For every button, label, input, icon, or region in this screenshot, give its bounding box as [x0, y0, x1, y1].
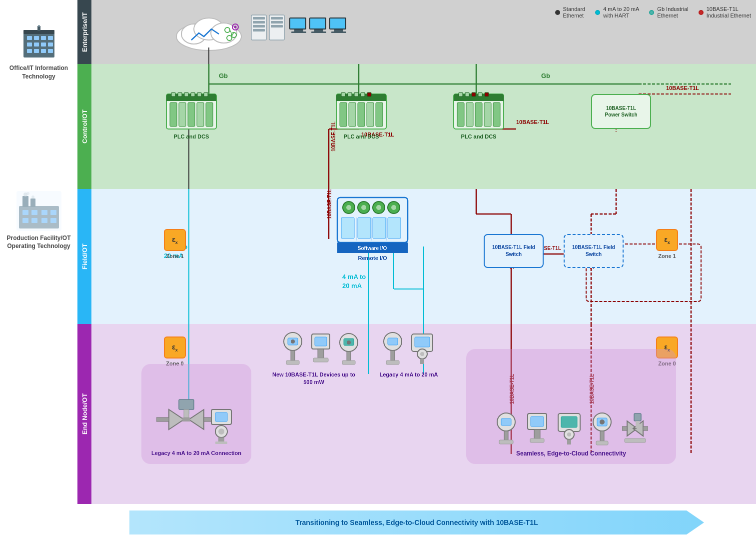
svg-rect-183 — [215, 412, 227, 422]
svg-rect-213 — [504, 431, 508, 440]
plc1-icon — [164, 92, 219, 132]
legend-gb-industrial: Gb IndustrialEthernet — [649, 6, 688, 19]
svg-point-41 — [234, 26, 237, 28]
svg-rect-92 — [197, 92, 201, 96]
svg-rect-122 — [475, 102, 482, 126]
svg-rect-8 — [41, 42, 46, 46]
svg-rect-97 — [197, 102, 204, 126]
seamless-bubble: Seamless, Edge-to-Cloud Connectivity — [466, 349, 676, 464]
legend-dot-10base — [699, 10, 704, 15]
legend-dot-standard — [555, 10, 560, 15]
svg-rect-89 — [178, 92, 182, 96]
field-switch2-label: 10BASE-T1L Field Switch — [565, 244, 623, 258]
svg-rect-56 — [310, 18, 325, 28]
arrow-body: Transitioning to Seamless, Edge-to-Cloud… — [129, 510, 704, 534]
svg-rect-124 — [493, 102, 500, 126]
svg-rect-227 — [600, 431, 604, 441]
svg-point-153 — [346, 205, 351, 210]
svg-text:Software I/O: Software I/O — [358, 246, 387, 251]
svg-rect-87 — [166, 98, 216, 101]
enterprise-row: Enterprise/IT — [77, 0, 756, 64]
zone1-left-label: Zone 1 — [166, 253, 183, 259]
svg-rect-13 — [48, 49, 53, 53]
new-device2-icon — [309, 332, 332, 366]
remote-io-label: Remote I/O — [358, 255, 387, 261]
ex-badge-field-right: εx Zone 1 — [656, 229, 678, 259]
svg-rect-187 — [215, 442, 227, 444]
svg-rect-192 — [286, 360, 299, 364]
svg-rect-54 — [291, 32, 306, 33]
seamless-device2-icon — [525, 411, 549, 446]
svg-text:10BASE-T1L: 10BASE-T1L — [516, 119, 549, 125]
cloud-container — [171, 4, 246, 56]
control-content: Gb Gb 10BASE-T1L — [91, 64, 756, 189]
svg-rect-235 — [643, 426, 648, 430]
svg-marker-175 — [189, 410, 204, 430]
field-switch1-device: 10BASE-T1L Field Switch — [484, 234, 544, 268]
plc2-label: PLC and DCS — [344, 134, 379, 140]
svg-rect-61 — [334, 30, 343, 32]
svg-rect-201 — [342, 360, 355, 364]
svg-rect-44 — [253, 21, 265, 24]
field-zone-tab: Field/OT — [77, 189, 91, 324]
svg-rect-46 — [253, 29, 265, 32]
svg-rect-48 — [271, 17, 283, 20]
legacy-connection-bubble: Legacy 4 mA to 20 mA Connection — [141, 364, 251, 464]
svg-rect-234 — [622, 426, 627, 430]
field-switch2-device: 10BASE-T1L Field Switch — [564, 234, 624, 268]
svg-rect-212 — [501, 418, 511, 426]
svg-text:10BASE-T1L: 10BASE-T1L — [666, 85, 699, 91]
ex-badge-field-left: εx Zone 1 — [164, 229, 186, 259]
svg-rect-108 — [349, 102, 356, 126]
legacy-connection-label: Legacy 4 mA to 20 mA Connection — [151, 450, 241, 457]
svg-rect-191 — [291, 350, 295, 360]
svg-rect-101 — [336, 98, 386, 101]
legend: StandardEthernet 4 mA to 20 mAwith HART … — [555, 6, 751, 19]
seamless-device3-icon — [556, 411, 582, 446]
remote-io-icon: Software I/O — [336, 196, 409, 254]
svg-rect-53 — [294, 30, 303, 32]
servers-monitors-icon — [251, 10, 351, 50]
svg-rect-177 — [182, 418, 190, 422]
svg-rect-7 — [34, 42, 39, 46]
svg-rect-58 — [311, 32, 326, 33]
ex-icon-left: εx — [164, 229, 186, 251]
svg-rect-98 — [206, 102, 213, 126]
legend-10base-t1l: 10BASE-T1LIndustrial Ethernet — [699, 6, 751, 19]
building-icon — [21, 25, 57, 61]
svg-rect-180 — [156, 418, 169, 422]
computers-row — [251, 10, 351, 50]
svg-rect-107 — [340, 102, 347, 126]
ex-icon-endnode-left: εx — [164, 336, 186, 358]
svg-rect-123 — [484, 102, 491, 126]
svg-rect-220 — [561, 416, 577, 428]
svg-text:Gb: Gb — [219, 72, 228, 80]
svg-rect-3 — [34, 36, 39, 40]
svg-marker-174 — [169, 410, 184, 430]
legacy-valve-icon — [156, 394, 236, 450]
svg-rect-105 — [361, 92, 365, 96]
plc3-label: PLC and DCS — [461, 134, 497, 140]
power-switch-label: 10BASE-T1LPower Switch — [605, 105, 637, 118]
svg-rect-233 — [636, 421, 640, 428]
legend-gb-label: Gb IndustrialEthernet — [657, 6, 688, 19]
power-switch-device: 10BASE-T1LPower Switch — [591, 94, 651, 129]
svg-rect-120 — [457, 102, 464, 126]
svg-rect-228 — [596, 441, 608, 445]
svg-point-226 — [600, 420, 605, 424]
svg-text:Gb: Gb — [541, 72, 550, 80]
new-device3-icon — [337, 332, 360, 366]
field-switch1-label: 10BASE-T1L Field Switch — [485, 244, 543, 258]
svg-rect-111 — [376, 102, 383, 126]
legacy-device1-icon — [381, 332, 404, 366]
svg-rect-161 — [358, 218, 371, 238]
svg-rect-119 — [485, 92, 489, 96]
svg-rect-179 — [184, 410, 189, 418]
svg-rect-116 — [465, 92, 469, 96]
plc1-label: PLC and DCS — [174, 134, 209, 140]
seamless-devices-row — [494, 411, 648, 446]
legend-10base-label: 10BASE-T1LIndustrial Ethernet — [707, 6, 751, 19]
svg-rect-45 — [253, 25, 265, 28]
svg-rect-12 — [41, 49, 46, 53]
svg-rect-223 — [567, 440, 571, 444]
